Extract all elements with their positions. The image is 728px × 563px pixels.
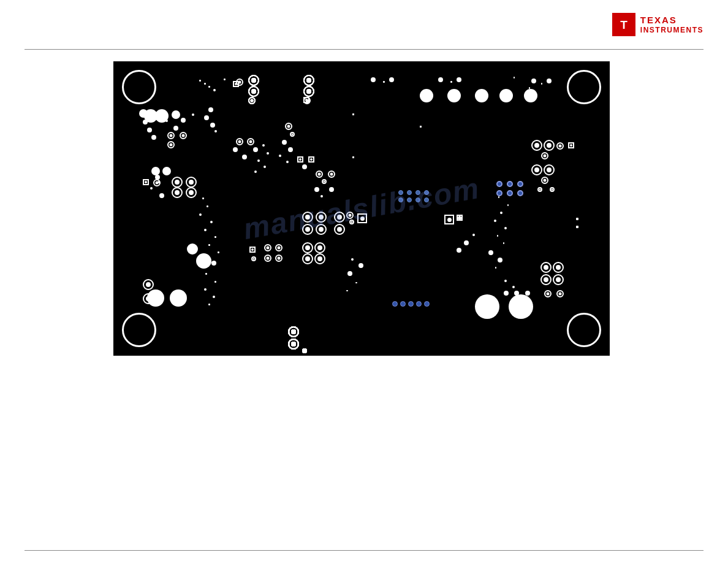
th-c1 — [334, 212, 345, 223]
rs9 — [498, 258, 502, 262]
rs10 — [495, 267, 497, 269]
dot-mc-3 — [279, 155, 281, 157]
corner-hole-bottom-left — [122, 313, 156, 347]
th-c3 — [346, 212, 354, 219]
comp-ul-5 — [192, 113, 194, 116]
dot-ml-1 — [151, 167, 160, 175]
sq-c-1 — [357, 213, 367, 223]
th-l2 — [186, 177, 197, 188]
dot-mid-4 — [262, 144, 265, 147]
th-rc-3 — [541, 152, 548, 159]
th-center-3 — [302, 224, 313, 235]
th-mb-2 — [314, 242, 325, 253]
dot-cu-3 — [320, 195, 323, 197]
blue-bga-group — [398, 190, 430, 202]
th-rr-1 — [540, 262, 552, 273]
dot-ml-5 — [150, 187, 153, 190]
th-pad-top-1 — [236, 79, 243, 86]
dot-4 — [213, 89, 216, 91]
dot-mid-2 — [242, 155, 247, 159]
s7 — [208, 244, 210, 246]
dot-mid-7 — [264, 166, 266, 168]
ti-logo-text: TEXAS INSTRUMENTS — [640, 15, 703, 34]
th-rc-6 — [541, 177, 548, 184]
dot-mid-1 — [233, 147, 238, 152]
large-pad-2 — [447, 89, 461, 102]
dot-rr-1 — [504, 291, 509, 296]
dot-mid-3 — [253, 147, 258, 152]
s4 — [210, 221, 213, 223]
th-cu-3 — [322, 179, 327, 184]
s13 — [213, 296, 215, 298]
dot-2 — [204, 83, 206, 85]
th-ll-2 — [275, 244, 282, 251]
dot-mc-1 — [282, 140, 287, 145]
rs5 — [504, 227, 507, 229]
th-rr-4 — [553, 274, 564, 285]
th-mid-1 — [236, 138, 243, 145]
pcb-diagram-container: manualslib.com — [113, 61, 610, 356]
cap-lg-1 — [475, 294, 499, 319]
dot-ml-6 — [159, 193, 164, 198]
comp-ul-7 — [204, 115, 209, 120]
s2 — [207, 205, 208, 207]
dot-mid-6 — [257, 159, 260, 162]
dot-rr-5 — [504, 280, 507, 282]
th-rr-3 — [553, 262, 564, 273]
top-divider — [25, 49, 703, 50]
lrd2 — [457, 248, 461, 253]
th-ll-3 — [264, 255, 271, 262]
dot-rr-2 — [514, 291, 519, 296]
th-rc-1 — [531, 140, 542, 151]
s12 — [204, 288, 207, 291]
dot-rr-4 — [512, 286, 515, 288]
rs3 — [500, 212, 502, 214]
dot-r2 — [547, 79, 552, 83]
th-l3 — [172, 187, 183, 198]
comp-ul-8 — [210, 123, 215, 128]
rs4 — [494, 220, 496, 222]
bga-d64 — [352, 113, 354, 115]
dot-tc4 — [438, 77, 443, 82]
th-center-2 — [316, 212, 327, 223]
blue-component-group — [496, 181, 525, 196]
ti-texas-label: TEXAS — [640, 15, 703, 26]
th-sq-l-1 — [153, 179, 161, 186]
dot-tc2 — [389, 77, 394, 82]
bc3 — [347, 271, 352, 276]
comp-ul-9 — [214, 130, 217, 132]
sq-mid-2 — [308, 156, 314, 163]
th-mc-2 — [290, 132, 295, 137]
dot-sq-1 — [302, 164, 307, 169]
th-ul-1 — [167, 132, 175, 139]
sq-center-1 — [444, 215, 454, 224]
dot-tc6 — [450, 81, 452, 83]
pad-s2 — [147, 128, 152, 132]
large-pad-4 — [499, 89, 513, 102]
th-rr-5 — [544, 290, 552, 297]
rs2 — [507, 204, 509, 206]
th-ll-4 — [275, 255, 282, 262]
s1 — [202, 197, 204, 199]
sq-l-1 — [143, 179, 149, 185]
th-cl-1 — [143, 279, 154, 290]
bc1 — [346, 290, 348, 292]
th-rc-4 — [531, 164, 542, 175]
th-l4 — [186, 187, 197, 198]
sq-mid-1 — [297, 156, 303, 163]
pad-m1 — [139, 109, 148, 118]
th-rr-2 — [540, 274, 552, 285]
th-mb-4 — [314, 253, 325, 264]
s8 — [218, 251, 219, 253]
rs6 — [497, 235, 499, 237]
bc2 — [355, 282, 357, 284]
pad-s3 — [151, 135, 156, 140]
th-cu-2 — [328, 170, 335, 178]
dot-1 — [199, 80, 201, 82]
bottom-blue-row — [392, 301, 430, 307]
dot-cu-2 — [329, 187, 334, 192]
dot-r3 — [541, 83, 543, 85]
th-ll-5 — [251, 256, 256, 261]
th-rc-7 — [537, 187, 542, 192]
th-cl-2 — [143, 293, 154, 304]
